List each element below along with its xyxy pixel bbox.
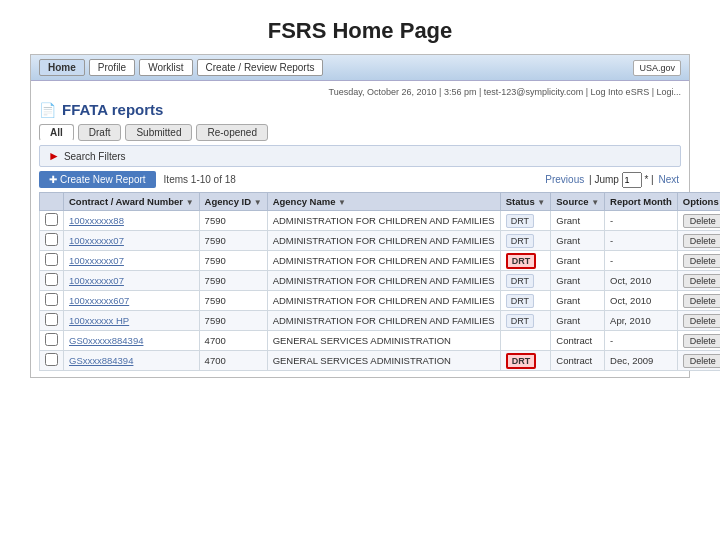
- col-agency-id[interactable]: Agency ID ▼: [199, 193, 267, 211]
- tab-row: All Draft Submitted Re-opened: [39, 124, 681, 141]
- delete-button[interactable]: Delete: [683, 214, 720, 228]
- table-row: 100xxxxxx6077590ADMINISTRATION FOR CHILD…: [40, 291, 721, 311]
- cell-contract[interactable]: 100xxxxxx HP: [64, 311, 200, 331]
- col-options: Options: [677, 193, 720, 211]
- table-header: Contract / Award Number ▼ Agency ID ▼ Ag…: [40, 193, 721, 211]
- cell-contract[interactable]: 100xxxxxx607: [64, 291, 200, 311]
- delete-button[interactable]: Delete: [683, 234, 720, 248]
- source-sort-icon: ▼: [591, 198, 599, 207]
- status-badge: DRT: [506, 274, 534, 288]
- cell-report-month: -: [605, 211, 678, 231]
- table-body: 100xxxxxx887590ADMINISTRATION FOR CHILDR…: [40, 211, 721, 371]
- nav-worklist[interactable]: Worklist: [139, 59, 192, 76]
- cell-source: Grant: [551, 291, 605, 311]
- cell-agency-id: 4700: [199, 331, 267, 351]
- tab-reopened[interactable]: Re-opened: [196, 124, 267, 141]
- row-checkbox[interactable]: [45, 353, 58, 366]
- row-checkbox[interactable]: [45, 233, 58, 246]
- cell-source: Grant: [551, 211, 605, 231]
- cell-contract[interactable]: GS0xxxxx884394: [64, 331, 200, 351]
- cell-contract[interactable]: 100xxxxxx07: [64, 251, 200, 271]
- plus-icon: ✚: [49, 174, 57, 185]
- nav-left: Home Profile Worklist Create / Review Re…: [39, 59, 323, 76]
- cell-source: Contract: [551, 331, 605, 351]
- col-source[interactable]: Source ▼: [551, 193, 605, 211]
- cell-status: DRT: [500, 351, 551, 371]
- row-checkbox[interactable]: [45, 253, 58, 266]
- arrow-icon: ►: [48, 149, 60, 163]
- table-row: 100xxxxxx887590ADMINISTRATION FOR CHILDR…: [40, 211, 721, 231]
- cell-agency-id: 7590: [199, 291, 267, 311]
- agencyname-sort-icon: ▼: [338, 198, 346, 207]
- cell-options: Delete Copy Report: [677, 351, 720, 371]
- delete-button[interactable]: Delete: [683, 354, 720, 368]
- cell-agency-id: 7590: [199, 211, 267, 231]
- table-row: GSxxxx8843944700GENERAL SERVICES ADMINIS…: [40, 351, 721, 371]
- info-row: Tuesday, October 26, 2010 | 3:56 pm | te…: [39, 87, 681, 97]
- delete-button[interactable]: Delete: [683, 334, 720, 348]
- cell-agency-name: ADMINISTRATION FOR CHILDREN AND FAMILIES: [267, 231, 500, 251]
- table-row: GS0xxxxx8843944700GENERAL SERVICES ADMIN…: [40, 331, 721, 351]
- cell-options: Delete Copy Report: [677, 291, 720, 311]
- cell-status: DRT: [500, 231, 551, 251]
- col-contract[interactable]: Contract / Award Number ▼: [64, 193, 200, 211]
- nav-create-review[interactable]: Create / Review Reports: [197, 59, 324, 76]
- cell-status: DRT: [500, 211, 551, 231]
- cell-source: Grant: [551, 271, 605, 291]
- create-new-report-button[interactable]: ✚ Create New Report: [39, 171, 156, 188]
- page-title: FSRS Home Page: [0, 0, 720, 54]
- cell-options: Delete Copy Report: [677, 251, 720, 271]
- row-checkbox[interactable]: [45, 273, 58, 286]
- cell-agency-name: GENERAL SERVICES ADMINISTRATION: [267, 331, 500, 351]
- cell-contract[interactable]: 100xxxxxx88: [64, 211, 200, 231]
- nav-profile[interactable]: Profile: [89, 59, 135, 76]
- contract-sort-icon: ▼: [186, 198, 194, 207]
- cell-contract[interactable]: 100xxxxxx07: [64, 231, 200, 251]
- nav-bar: Home Profile Worklist Create / Review Re…: [31, 55, 689, 81]
- status-badge: DRT: [506, 353, 537, 369]
- delete-button[interactable]: Delete: [683, 274, 720, 288]
- search-filters-label: Search Filters: [64, 151, 126, 162]
- tab-draft[interactable]: Draft: [78, 124, 122, 141]
- status-badge: DRT: [506, 253, 537, 269]
- cell-source: Contract: [551, 351, 605, 371]
- agencyid-sort-icon: ▼: [254, 198, 262, 207]
- cell-report-month: Dec, 2009: [605, 351, 678, 371]
- pagination-page-input[interactable]: [622, 172, 642, 188]
- pagination-next[interactable]: Next: [658, 174, 679, 185]
- cell-agency-name: GENERAL SERVICES ADMINISTRATION: [267, 351, 500, 371]
- delete-button[interactable]: Delete: [683, 314, 720, 328]
- nav-home[interactable]: Home: [39, 59, 85, 76]
- row-checkbox[interactable]: [45, 313, 58, 326]
- row-checkbox[interactable]: [45, 293, 58, 306]
- usa-gov-badge: USA.gov: [633, 60, 681, 76]
- search-filters-bar[interactable]: ► Search Filters: [39, 145, 681, 167]
- row-checkbox[interactable]: [45, 213, 58, 226]
- status-badge: DRT: [506, 234, 534, 248]
- cell-agency-name: ADMINISTRATION FOR CHILDREN AND FAMILIES: [267, 271, 500, 291]
- toolbar: ✚ Create New Report Items 1-10 of 18 Pre…: [39, 171, 681, 188]
- pagination-previous[interactable]: Previous: [545, 174, 584, 185]
- cell-contract[interactable]: 100xxxxxx07: [64, 271, 200, 291]
- col-agency-name[interactable]: Agency Name ▼: [267, 193, 500, 211]
- cell-agency-id: 4700: [199, 351, 267, 371]
- table-row: 100xxxxxx077590ADMINISTRATION FOR CHILDR…: [40, 231, 721, 251]
- delete-button[interactable]: Delete: [683, 254, 720, 268]
- col-status[interactable]: Status ▼: [500, 193, 551, 211]
- col-report-month: Report Month: [605, 193, 678, 211]
- tab-all[interactable]: All: [39, 124, 74, 141]
- cell-status: DRT: [500, 251, 551, 271]
- toolbar-left: ✚ Create New Report Items 1-10 of 18: [39, 171, 236, 188]
- status-badge: DRT: [506, 314, 534, 328]
- delete-button[interactable]: Delete: [683, 294, 720, 308]
- tab-submitted[interactable]: Submitted: [125, 124, 192, 141]
- report-heading: FFATA reports: [62, 101, 163, 118]
- cell-agency-name: ADMINISTRATION FOR CHILDREN AND FAMILIES: [267, 211, 500, 231]
- browser-frame: Home Profile Worklist Create / Review Re…: [30, 54, 690, 378]
- cell-source: Grant: [551, 311, 605, 331]
- nav-right: USA.gov: [633, 60, 681, 76]
- cell-agency-name: ADMINISTRATION FOR CHILDREN AND FAMILIES: [267, 291, 500, 311]
- cell-contract[interactable]: GSxxxx884394: [64, 351, 200, 371]
- cell-status: DRT: [500, 291, 551, 311]
- row-checkbox[interactable]: [45, 333, 58, 346]
